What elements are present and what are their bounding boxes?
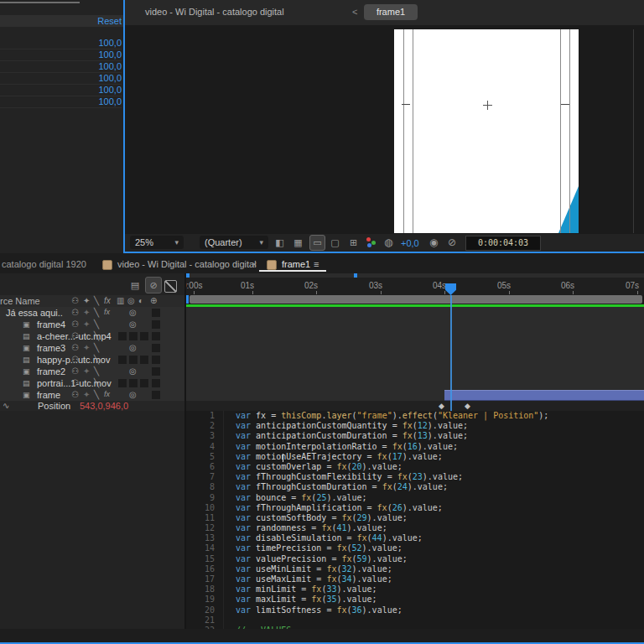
exposure-value[interactable]: +0,0 bbox=[401, 238, 419, 248]
motion-blur-switch-icon[interactable]: ◎ bbox=[129, 390, 137, 399]
code-line-4[interactable]: 4var motionInterpolationRatio = fx(16).v… bbox=[186, 442, 644, 452]
switch-checkbox[interactable] bbox=[152, 379, 160, 387]
code-line-7[interactable]: 7var fThroughCustomFlexibility = fx(23).… bbox=[186, 472, 644, 482]
tab-video-wi-digital[interactable]: video - Wi Digital - catalogo digital bbox=[117, 259, 257, 269]
tab-close-icon[interactable]: × bbox=[252, 259, 257, 269]
code-line-21[interactable]: 21 bbox=[186, 615, 644, 626]
quality-switch-icon[interactable]: ╲ bbox=[94, 343, 99, 352]
motion-blur-switch-icon[interactable]: ◎ bbox=[129, 366, 137, 376]
keyframe-diamond[interactable]: ◆ bbox=[465, 402, 470, 410]
value-graph-icon[interactable]: ∿ bbox=[3, 401, 9, 410]
switch-checkbox[interactable] bbox=[152, 309, 160, 317]
layer-name[interactable]: frame2 bbox=[37, 366, 65, 377]
switch-checkbox[interactable] bbox=[140, 332, 148, 340]
shy-switch-icon[interactable]: ⚇ bbox=[71, 343, 79, 352]
tab-catalogo-digital-1920[interactable]: catalogo digital 1920 bbox=[2, 259, 86, 269]
motion-blur-switch-icon[interactable]: ◎ bbox=[129, 319, 137, 329]
exposure-shutter-icon[interactable]: ◍ bbox=[384, 236, 392, 248]
motion-blur-switch-icon[interactable]: ◎ bbox=[129, 308, 137, 317]
code-line-15[interactable]: 15var valuePrecision = fx(59).value; bbox=[186, 554, 644, 564]
layer-track[interactable] bbox=[186, 366, 644, 378]
switch-checkbox[interactable] bbox=[152, 391, 160, 399]
collapse-switch-icon[interactable]: ✦ bbox=[83, 308, 90, 317]
layer-track[interactable] bbox=[186, 307, 644, 319]
motion-blur-column-icon[interactable]: ◎ bbox=[127, 296, 135, 305]
layer-name[interactable]: frame4 bbox=[37, 319, 65, 330]
frame-blend-column-icon[interactable]: ▥ bbox=[117, 296, 124, 305]
work-area-bar[interactable] bbox=[190, 295, 642, 304]
shy-column-icon[interactable]: ⚇ bbox=[71, 296, 79, 305]
effect-slider-value[interactable]: 100,0 bbox=[0, 60, 122, 73]
motion-blur-switch-icon[interactable]: ◎ bbox=[129, 343, 137, 352]
code-line-2[interactable]: 2var anticipationCustomQuantity = fx(12)… bbox=[186, 421, 644, 431]
effects-column-icon[interactable]: fx bbox=[104, 296, 111, 305]
panel-menu-icon[interactable]: ≡ bbox=[314, 259, 319, 269]
quality-switch-icon[interactable]: ╲ bbox=[94, 355, 99, 364]
code-line-13[interactable]: 13var disableSimulation = fx(44).value; bbox=[186, 533, 644, 543]
code-line-6[interactable]: 6var customOverlap = fx(20).value; bbox=[186, 462, 644, 472]
layer-track[interactable] bbox=[186, 342, 644, 355]
code-line-14[interactable]: 14var timePrecision = fx(52).value; bbox=[186, 543, 644, 553]
property-value[interactable]: 543,0,946,0 bbox=[80, 401, 128, 411]
switch-checkbox[interactable] bbox=[152, 356, 160, 364]
code-line-17[interactable]: 17var useMaxLimit = fx(34).value; bbox=[186, 574, 644, 584]
code-line-20[interactable]: 20var limitSoftness = fx(36).value; bbox=[186, 605, 644, 615]
layer-name[interactable]: frame3 bbox=[37, 343, 65, 353]
time-ruler[interactable]: 0:00s01s02s03s04s05s06s07s bbox=[185, 278, 644, 295]
shy-switch-icon[interactable]: ⚇ bbox=[71, 319, 79, 329]
code-line-3[interactable]: 3var anticipationCustomDuration = fx(13)… bbox=[186, 431, 644, 441]
snapshot-camera-icon[interactable]: ◉ bbox=[429, 236, 438, 248]
layer-row-j-essa-aqui-[interactable]: Já essa aqui..⚇✦╲fx◎ bbox=[0, 307, 184, 319]
switch-checkbox[interactable] bbox=[152, 344, 160, 352]
code-line-12[interactable]: 12var randomness = fx(41).value; bbox=[186, 523, 644, 533]
switch-checkbox[interactable] bbox=[118, 356, 127, 364]
switch-checkbox[interactable] bbox=[129, 379, 138, 387]
effect-slider-value[interactable]: 100,0 bbox=[0, 37, 122, 49]
quality-column-icon[interactable]: ╲ bbox=[94, 296, 99, 305]
layer-track[interactable] bbox=[186, 330, 644, 343]
shy-switch-icon[interactable]: ⚇ bbox=[71, 366, 79, 376]
code-line-11[interactable]: 11var customSoftBody = fx(29).value; bbox=[186, 513, 644, 523]
switch-checkbox[interactable] bbox=[152, 367, 160, 376]
breadcrumb-comp-name[interactable]: video - Wi Digital - catalogo digital bbox=[145, 7, 284, 17]
source-name-column-header[interactable]: rce Name bbox=[0, 296, 40, 306]
shy-switch-icon[interactable]: ⚇ bbox=[71, 355, 79, 364]
switch-checkbox[interactable] bbox=[152, 332, 160, 340]
layer-row-portrai-1-utc-mov[interactable]: ▤portrai...1-utc.mov⚇╲ bbox=[0, 377, 184, 390]
quality-switch-icon[interactable]: ╲ bbox=[94, 378, 99, 387]
magnification-dropdown[interactable]: 25%▾ bbox=[130, 236, 184, 249]
shy-switch-icon[interactable]: ⚇ bbox=[71, 390, 79, 399]
graph-editor-icon[interactable] bbox=[164, 280, 177, 293]
layer-name[interactable]: Já essa aqui.. bbox=[6, 308, 63, 318]
comp-mini-flowchart-icon[interactable]: ▤ bbox=[127, 278, 143, 293]
switch-checkbox[interactable] bbox=[140, 356, 148, 364]
effect-slider-value[interactable]: 100,0 bbox=[0, 49, 122, 61]
switch-checkbox[interactable] bbox=[129, 356, 138, 364]
quality-switch-icon[interactable]: ╲ bbox=[94, 308, 99, 317]
effect-slider-value[interactable]: 100,0 bbox=[0, 84, 122, 96]
switch-checkbox[interactable] bbox=[118, 379, 127, 387]
guides-grid-icon[interactable]: ⊞ bbox=[346, 236, 361, 250]
layer-row-happy-p-utc-mov[interactable]: ▤happy-p...utc.mov⚇╲ bbox=[0, 354, 184, 366]
property-name[interactable]: Position bbox=[38, 401, 70, 411]
code-line-10[interactable]: 10var fThroughAmplification = fx(26).val… bbox=[186, 503, 644, 513]
layer-duration-bar[interactable] bbox=[444, 390, 644, 401]
switch-checkbox[interactable] bbox=[140, 379, 148, 387]
code-line-5[interactable]: 5var motionUseAETrajectory = fx(17).valu… bbox=[186, 452, 644, 462]
composition-canvas[interactable] bbox=[394, 29, 579, 233]
expression-code-editor[interactable]: 1var fx = thisComp.layer("frame").effect… bbox=[186, 411, 644, 631]
quality-switch-icon[interactable]: ╲ bbox=[94, 366, 99, 376]
layer-track[interactable] bbox=[186, 377, 644, 390]
layer-row-frame[interactable]: ▣frame⚇✦╲fx◎ bbox=[0, 389, 184, 402]
code-line-9[interactable]: 9var bounce = fx(25).value; bbox=[186, 493, 644, 503]
layer-row-a-cheer-utc-mp4[interactable]: ▤a-cheer...-utc.mp4⚇╲ bbox=[0, 330, 184, 343]
reset-button[interactable]: Reset bbox=[0, 15, 122, 27]
quality-switch-icon[interactable]: ╲ bbox=[94, 390, 99, 399]
shy-switch-icon[interactable]: ⚇ bbox=[71, 331, 79, 340]
3d-layer-column-icon[interactable]: ⊕ bbox=[150, 296, 157, 305]
resolution-dropdown[interactable]: (Quarter)▾ bbox=[200, 236, 268, 249]
code-line-8[interactable]: 8var fThroughCustomDuration = fx(24).val… bbox=[186, 482, 644, 492]
layer-row-frame2[interactable]: ▣frame2⚇✦╲◎ bbox=[0, 366, 184, 378]
region-of-interest-icon[interactable]: ▭ bbox=[309, 235, 325, 251]
collapse-switch-icon[interactable]: ✦ bbox=[83, 319, 90, 329]
